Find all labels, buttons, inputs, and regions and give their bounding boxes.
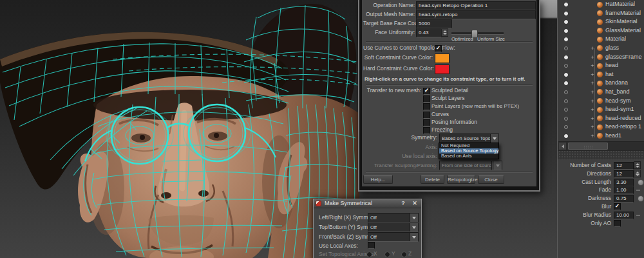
soft-constraint-color-swatch[interactable] <box>435 54 450 63</box>
visibility-toggle[interactable] <box>564 125 568 129</box>
visibility-toggle[interactable] <box>564 55 568 59</box>
visibility-toggle[interactable] <box>564 108 568 112</box>
make-symmetrical-titlebar[interactable]: Make Symmetrical ? ✕ <box>314 199 421 208</box>
number-of-casts-input[interactable]: 12 <box>614 162 634 170</box>
transfer-sculpting-painting-arrow <box>491 161 502 170</box>
axis-label: Axis: <box>363 143 437 152</box>
darkness-slider-handle[interactable] <box>638 195 644 202</box>
output-mesh-name-input[interactable]: head-sym-retopo <box>416 10 536 19</box>
object-list-item[interactable]: glass <box>558 44 644 53</box>
visibility-toggle[interactable] <box>564 12 568 15</box>
blur-radius-slider-track[interactable] <box>636 215 640 216</box>
object-list-item[interactable]: head-reduced <box>558 114 644 123</box>
transfer-paint-layers-checkbox[interactable] <box>423 103 430 110</box>
object-list-item[interactable]: GlassMaterial <box>558 26 644 35</box>
expand-icon[interactable] <box>590 134 595 139</box>
object-list-item[interactable]: head <box>558 61 644 70</box>
axis-y-radio[interactable] <box>384 252 390 257</box>
visibility-toggle[interactable] <box>564 90 568 94</box>
expand-icon[interactable] <box>590 81 595 86</box>
object-label: HatMaterial <box>605 0 635 9</box>
hard-constraint-color-swatch[interactable] <box>435 64 450 74</box>
object-list-item[interactable]: head-sym1 <box>558 105 644 114</box>
scroll-left-icon[interactable] <box>558 142 567 150</box>
visibility-toggle[interactable] <box>564 37 568 41</box>
object-list-item[interactable]: hat <box>558 70 644 79</box>
mesh-icon <box>597 115 603 121</box>
lr-symmetry-dropdown[interactable]: Off <box>368 213 419 223</box>
visibility-toggle[interactable] <box>564 64 568 68</box>
target-face-count-input[interactable]: 5000 <box>416 19 452 28</box>
expand-icon[interactable] <box>590 116 595 121</box>
axis-z-radio[interactable] <box>401 252 407 257</box>
help-icon[interactable]: ? <box>399 199 407 208</box>
object-list-item[interactable]: head1 <box>558 132 644 141</box>
delete-button[interactable]: Delete <box>421 175 444 184</box>
axis-x-radio[interactable] <box>366 252 372 257</box>
visibility-toggle[interactable] <box>564 3 568 6</box>
expand-icon[interactable] <box>590 55 595 60</box>
visibility-toggle[interactable] <box>564 99 568 103</box>
object-label: bandana <box>605 79 628 88</box>
chevron-down-icon[interactable] <box>410 223 418 232</box>
fade-slider-track[interactable] <box>636 190 640 191</box>
visibility-toggle[interactable] <box>564 29 568 33</box>
face-uniformity-input[interactable]: 0.43 <box>416 28 442 37</box>
retopologize-button[interactable]: Retopologize <box>447 175 475 184</box>
use-local-axes-checkbox[interactable] <box>368 242 375 249</box>
transfer-curves-checkbox[interactable] <box>423 112 430 119</box>
object-list-item[interactable]: hat_band <box>558 88 644 97</box>
transfer-posing-checkbox[interactable] <box>423 119 430 126</box>
expand-icon[interactable] <box>590 90 595 95</box>
object-list-item[interactable]: HatMaterial <box>558 0 644 9</box>
expand-icon[interactable] <box>590 99 595 104</box>
visibility-toggle[interactable] <box>564 73 568 77</box>
object-list-item[interactable]: Material <box>558 35 644 44</box>
chevron-down-icon[interactable] <box>410 233 418 241</box>
fade-input[interactable]: 1.00 <box>614 186 634 194</box>
cast-length-slider-handle[interactable] <box>638 179 644 186</box>
chevron-down-icon[interactable] <box>410 213 418 222</box>
symmetry-dropdown[interactable]: Based on Source Topology <box>439 134 499 143</box>
visibility-toggle[interactable] <box>564 20 568 24</box>
expand-icon[interactable] <box>590 46 595 51</box>
cast-length-input[interactable]: 3.30 <box>614 179 634 186</box>
only-ao-checkbox[interactable] <box>614 220 621 227</box>
face-uniformity-spinner[interactable] <box>441 28 448 37</box>
darkness-input[interactable]: 0.75 <box>614 195 634 203</box>
number-of-casts-spinner[interactable] <box>634 161 641 169</box>
expand-icon[interactable] <box>590 72 595 77</box>
expand-icon[interactable] <box>590 124 595 130</box>
fb-symmetry-dropdown[interactable]: Off <box>368 232 419 242</box>
expand-icon[interactable] <box>590 63 595 68</box>
tb-symmetry-dropdown[interactable]: Off <box>368 223 419 232</box>
help-button[interactable]: Help... <box>363 175 393 184</box>
object-label: head-sym <box>605 97 631 106</box>
symmetry-option[interactable]: Based on Axis <box>439 154 498 159</box>
object-list-item[interactable]: head-sym <box>558 97 644 106</box>
use-curves-checkbox[interactable] <box>435 45 442 52</box>
blur-checkbox[interactable] <box>614 203 621 210</box>
transfer-sculpt-layers-checkbox[interactable] <box>423 95 430 103</box>
object-list-item[interactable]: glassesFrame <box>558 53 644 62</box>
scrollbar-thumb[interactable] <box>568 143 608 150</box>
visibility-toggle[interactable] <box>564 134 568 138</box>
object-list-item[interactable]: SkinMaterial <box>558 17 644 26</box>
blur-radius-input[interactable]: 10.00 <box>614 212 634 219</box>
directions-input[interactable]: 12 <box>614 170 634 178</box>
horizontal-scrollbar[interactable] <box>558 141 644 150</box>
transfer-sculpted-detail-checkbox[interactable] <box>423 88 430 95</box>
visibility-toggle[interactable] <box>564 46 568 50</box>
object-list-item[interactable]: bandana <box>558 79 644 88</box>
object-list-item[interactable]: frameMaterial <box>558 9 644 18</box>
close-icon[interactable]: ✕ <box>411 199 419 208</box>
object-list-item[interactable]: head-retopo 1 <box>558 123 644 132</box>
chevron-down-icon[interactable] <box>490 134 498 143</box>
expand-icon[interactable] <box>590 107 595 112</box>
operation-name-input[interactable]: head-sym Retopo Operation 1 <box>416 1 536 10</box>
visibility-toggle[interactable] <box>564 81 568 85</box>
visibility-toggle[interactable] <box>564 117 568 121</box>
object-label: head <box>605 61 618 70</box>
directions-spinner[interactable] <box>634 170 641 177</box>
close-button[interactable]: Close <box>478 175 504 184</box>
